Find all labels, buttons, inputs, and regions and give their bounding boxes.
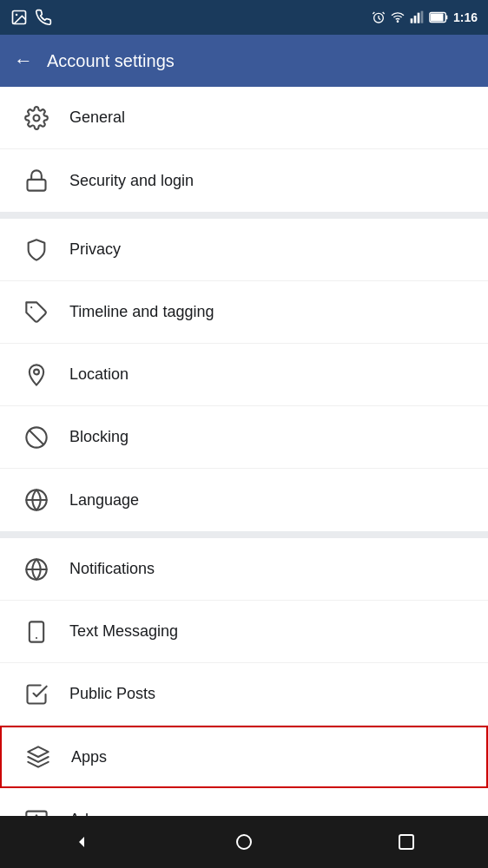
svg-rect-5 xyxy=(414,16,417,23)
notifications-label: Notifications xyxy=(69,560,155,578)
status-bar-right: 1:16 xyxy=(372,10,478,24)
svg-rect-9 xyxy=(431,13,444,21)
nav-home-icon xyxy=(234,832,254,852)
settings-list: General Security and login Privacy Timel… xyxy=(0,87,488,851)
back-button[interactable]: ← xyxy=(14,49,33,72)
svg-marker-24 xyxy=(79,837,84,847)
privacy-icon xyxy=(17,231,56,269)
svg-point-13 xyxy=(34,369,39,374)
svg-rect-20 xyxy=(30,621,43,641)
status-bar: 1:16 xyxy=(0,0,488,35)
nav-home-button[interactable] xyxy=(218,816,270,868)
signal-icon xyxy=(410,10,424,24)
section-1: General Security and login xyxy=(0,87,488,212)
section-3: Notifications Text Messaging Public Post… xyxy=(0,538,488,851)
divider-2 xyxy=(0,531,488,538)
svg-point-25 xyxy=(237,835,251,849)
svg-rect-26 xyxy=(399,835,413,849)
language-label: Language xyxy=(69,491,139,510)
svg-rect-7 xyxy=(421,11,424,23)
language-item[interactable]: Language xyxy=(0,469,488,531)
text-messaging-label: Text Messaging xyxy=(69,622,178,641)
notifications-icon xyxy=(17,550,56,589)
time-display: 1:16 xyxy=(453,10,478,24)
svg-rect-4 xyxy=(411,18,413,23)
timeline-item[interactable]: Timeline and tagging xyxy=(0,281,488,344)
wifi-icon xyxy=(391,10,405,24)
gear-icon xyxy=(17,99,56,137)
nav-recents-icon xyxy=(396,832,417,852)
apps-icon xyxy=(19,738,57,776)
photo-icon xyxy=(10,9,28,26)
location-label: Location xyxy=(69,365,129,384)
battery-icon xyxy=(429,11,448,23)
svg-point-3 xyxy=(397,21,398,22)
location-icon xyxy=(17,356,56,394)
globe-icon xyxy=(17,481,56,519)
nav-back-icon xyxy=(71,832,92,852)
alarm-icon xyxy=(372,10,386,24)
svg-point-1 xyxy=(16,14,17,16)
security-item[interactable]: Security and login xyxy=(0,149,488,212)
public-posts-icon xyxy=(17,675,56,713)
page-title: Account settings xyxy=(47,51,175,71)
block-icon xyxy=(17,418,56,457)
timeline-label: Timeline and tagging xyxy=(69,303,214,321)
general-label: General xyxy=(69,108,125,127)
divider-1 xyxy=(0,212,488,219)
blocking-item[interactable]: Blocking xyxy=(0,406,488,469)
public-posts-item[interactable]: Public Posts xyxy=(0,663,488,726)
blocking-label: Blocking xyxy=(69,428,129,446)
status-bar-left xyxy=(10,9,52,26)
nav-back-button[interactable] xyxy=(56,816,108,868)
nav-recents-button[interactable] xyxy=(380,816,432,868)
notifications-item[interactable]: Notifications xyxy=(0,538,488,601)
lock-icon xyxy=(17,161,56,200)
nav-bar xyxy=(0,816,488,868)
apps-item[interactable]: Apps xyxy=(0,726,488,788)
security-label: Security and login xyxy=(69,172,194,190)
mobile-icon xyxy=(17,613,56,651)
phone-icon xyxy=(35,9,52,26)
svg-point-10 xyxy=(34,115,40,121)
privacy-item[interactable]: Privacy xyxy=(0,219,488,281)
general-item[interactable]: General xyxy=(0,87,488,149)
privacy-label: Privacy xyxy=(69,240,121,259)
tag-icon xyxy=(17,293,56,332)
svg-rect-6 xyxy=(418,13,420,23)
svg-line-15 xyxy=(30,430,43,444)
apps-label: Apps xyxy=(71,748,107,766)
app-header: ← Account settings xyxy=(0,35,488,87)
section-2: Privacy Timeline and tagging Location Bl… xyxy=(0,219,488,531)
location-item[interactable]: Location xyxy=(0,344,488,406)
svg-rect-11 xyxy=(28,180,46,191)
text-messaging-item[interactable]: Text Messaging xyxy=(0,601,488,663)
public-posts-label: Public Posts xyxy=(69,685,155,703)
